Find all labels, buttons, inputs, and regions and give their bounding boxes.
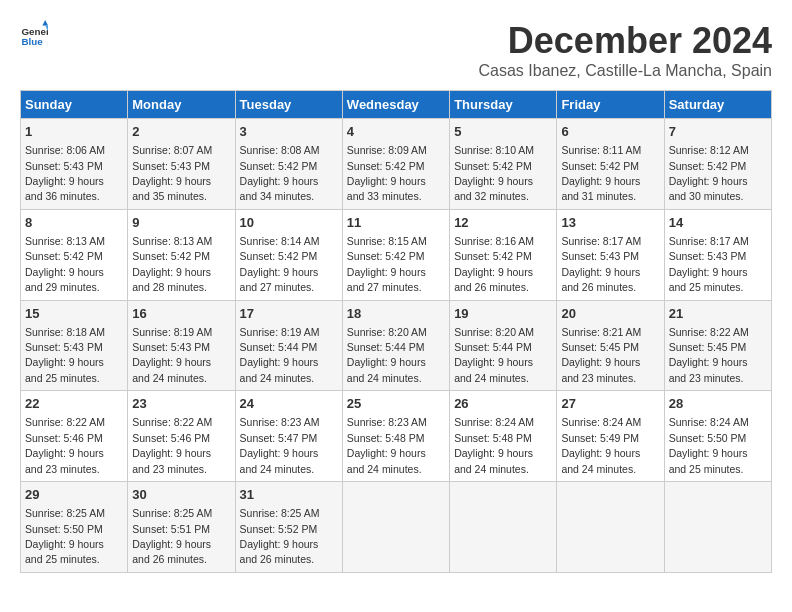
day-cell	[664, 482, 771, 573]
day-cell: 25Sunrise: 8:23 AM Sunset: 5:48 PM Dayli…	[342, 391, 449, 482]
day-info: Sunrise: 8:21 AM Sunset: 5:45 PM Dayligh…	[561, 326, 641, 384]
day-number: 29	[25, 486, 123, 504]
day-cell: 21Sunrise: 8:22 AM Sunset: 5:45 PM Dayli…	[664, 300, 771, 391]
day-info: Sunrise: 8:18 AM Sunset: 5:43 PM Dayligh…	[25, 326, 105, 384]
day-number: 15	[25, 305, 123, 323]
day-info: Sunrise: 8:12 AM Sunset: 5:42 PM Dayligh…	[669, 144, 749, 202]
day-info: Sunrise: 8:13 AM Sunset: 5:42 PM Dayligh…	[25, 235, 105, 293]
day-number: 11	[347, 214, 445, 232]
day-info: Sunrise: 8:20 AM Sunset: 5:44 PM Dayligh…	[454, 326, 534, 384]
day-number: 16	[132, 305, 230, 323]
logo: General Blue	[20, 20, 48, 48]
day-number: 10	[240, 214, 338, 232]
day-cell: 12Sunrise: 8:16 AM Sunset: 5:42 PM Dayli…	[450, 209, 557, 300]
day-cell: 2Sunrise: 8:07 AM Sunset: 5:43 PM Daylig…	[128, 119, 235, 210]
day-cell: 8Sunrise: 8:13 AM Sunset: 5:42 PM Daylig…	[21, 209, 128, 300]
day-cell: 20Sunrise: 8:21 AM Sunset: 5:45 PM Dayli…	[557, 300, 664, 391]
day-info: Sunrise: 8:17 AM Sunset: 5:43 PM Dayligh…	[669, 235, 749, 293]
day-cell: 9Sunrise: 8:13 AM Sunset: 5:42 PM Daylig…	[128, 209, 235, 300]
logo-icon: General Blue	[20, 20, 48, 48]
day-number: 21	[669, 305, 767, 323]
day-number: 20	[561, 305, 659, 323]
day-header-friday: Friday	[557, 91, 664, 119]
day-info: Sunrise: 8:10 AM Sunset: 5:42 PM Dayligh…	[454, 144, 534, 202]
day-cell: 22Sunrise: 8:22 AM Sunset: 5:46 PM Dayli…	[21, 391, 128, 482]
day-number: 14	[669, 214, 767, 232]
week-row-3: 15Sunrise: 8:18 AM Sunset: 5:43 PM Dayli…	[21, 300, 772, 391]
day-info: Sunrise: 8:24 AM Sunset: 5:48 PM Dayligh…	[454, 416, 534, 474]
day-info: Sunrise: 8:19 AM Sunset: 5:43 PM Dayligh…	[132, 326, 212, 384]
day-cell: 30Sunrise: 8:25 AM Sunset: 5:51 PM Dayli…	[128, 482, 235, 573]
day-cell: 28Sunrise: 8:24 AM Sunset: 5:50 PM Dayli…	[664, 391, 771, 482]
day-number: 1	[25, 123, 123, 141]
day-number: 25	[347, 395, 445, 413]
day-info: Sunrise: 8:11 AM Sunset: 5:42 PM Dayligh…	[561, 144, 641, 202]
day-cell: 16Sunrise: 8:19 AM Sunset: 5:43 PM Dayli…	[128, 300, 235, 391]
day-info: Sunrise: 8:07 AM Sunset: 5:43 PM Dayligh…	[132, 144, 212, 202]
day-cell: 29Sunrise: 8:25 AM Sunset: 5:50 PM Dayli…	[21, 482, 128, 573]
main-title: December 2024	[479, 20, 773, 62]
day-number: 17	[240, 305, 338, 323]
day-info: Sunrise: 8:25 AM Sunset: 5:50 PM Dayligh…	[25, 507, 105, 565]
day-number: 30	[132, 486, 230, 504]
day-number: 18	[347, 305, 445, 323]
title-area: December 2024 Casas Ibanez, Castille-La …	[479, 20, 773, 80]
day-cell: 18Sunrise: 8:20 AM Sunset: 5:44 PM Dayli…	[342, 300, 449, 391]
day-info: Sunrise: 8:23 AM Sunset: 5:48 PM Dayligh…	[347, 416, 427, 474]
day-info: Sunrise: 8:25 AM Sunset: 5:52 PM Dayligh…	[240, 507, 320, 565]
header: General Blue December 2024 Casas Ibanez,…	[20, 20, 772, 80]
day-header-sunday: Sunday	[21, 91, 128, 119]
day-cell: 1Sunrise: 8:06 AM Sunset: 5:43 PM Daylig…	[21, 119, 128, 210]
day-header-wednesday: Wednesday	[342, 91, 449, 119]
day-info: Sunrise: 8:15 AM Sunset: 5:42 PM Dayligh…	[347, 235, 427, 293]
day-cell: 31Sunrise: 8:25 AM Sunset: 5:52 PM Dayli…	[235, 482, 342, 573]
day-cell: 11Sunrise: 8:15 AM Sunset: 5:42 PM Dayli…	[342, 209, 449, 300]
day-info: Sunrise: 8:24 AM Sunset: 5:50 PM Dayligh…	[669, 416, 749, 474]
day-cell: 5Sunrise: 8:10 AM Sunset: 5:42 PM Daylig…	[450, 119, 557, 210]
day-cell: 26Sunrise: 8:24 AM Sunset: 5:48 PM Dayli…	[450, 391, 557, 482]
day-cell: 13Sunrise: 8:17 AM Sunset: 5:43 PM Dayli…	[557, 209, 664, 300]
day-cell: 19Sunrise: 8:20 AM Sunset: 5:44 PM Dayli…	[450, 300, 557, 391]
day-cell: 24Sunrise: 8:23 AM Sunset: 5:47 PM Dayli…	[235, 391, 342, 482]
subtitle: Casas Ibanez, Castille-La Mancha, Spain	[479, 62, 773, 80]
day-info: Sunrise: 8:22 AM Sunset: 5:46 PM Dayligh…	[132, 416, 212, 474]
day-number: 4	[347, 123, 445, 141]
week-row-4: 22Sunrise: 8:22 AM Sunset: 5:46 PM Dayli…	[21, 391, 772, 482]
week-row-2: 8Sunrise: 8:13 AM Sunset: 5:42 PM Daylig…	[21, 209, 772, 300]
day-number: 2	[132, 123, 230, 141]
day-number: 24	[240, 395, 338, 413]
day-number: 12	[454, 214, 552, 232]
day-cell: 14Sunrise: 8:17 AM Sunset: 5:43 PM Dayli…	[664, 209, 771, 300]
day-info: Sunrise: 8:22 AM Sunset: 5:45 PM Dayligh…	[669, 326, 749, 384]
day-number: 26	[454, 395, 552, 413]
calendar-header-row: SundayMondayTuesdayWednesdayThursdayFrid…	[21, 91, 772, 119]
day-number: 23	[132, 395, 230, 413]
day-number: 22	[25, 395, 123, 413]
day-info: Sunrise: 8:13 AM Sunset: 5:42 PM Dayligh…	[132, 235, 212, 293]
calendar-body: 1Sunrise: 8:06 AM Sunset: 5:43 PM Daylig…	[21, 119, 772, 573]
day-info: Sunrise: 8:22 AM Sunset: 5:46 PM Dayligh…	[25, 416, 105, 474]
day-info: Sunrise: 8:25 AM Sunset: 5:51 PM Dayligh…	[132, 507, 212, 565]
day-number: 5	[454, 123, 552, 141]
week-row-5: 29Sunrise: 8:25 AM Sunset: 5:50 PM Dayli…	[21, 482, 772, 573]
day-info: Sunrise: 8:16 AM Sunset: 5:42 PM Dayligh…	[454, 235, 534, 293]
day-header-monday: Monday	[128, 91, 235, 119]
day-number: 28	[669, 395, 767, 413]
day-cell: 10Sunrise: 8:14 AM Sunset: 5:42 PM Dayli…	[235, 209, 342, 300]
day-cell: 3Sunrise: 8:08 AM Sunset: 5:42 PM Daylig…	[235, 119, 342, 210]
day-header-tuesday: Tuesday	[235, 91, 342, 119]
day-header-thursday: Thursday	[450, 91, 557, 119]
day-info: Sunrise: 8:24 AM Sunset: 5:49 PM Dayligh…	[561, 416, 641, 474]
day-cell: 23Sunrise: 8:22 AM Sunset: 5:46 PM Dayli…	[128, 391, 235, 482]
day-cell: 15Sunrise: 8:18 AM Sunset: 5:43 PM Dayli…	[21, 300, 128, 391]
day-header-saturday: Saturday	[664, 91, 771, 119]
day-cell	[450, 482, 557, 573]
day-cell: 17Sunrise: 8:19 AM Sunset: 5:44 PM Dayli…	[235, 300, 342, 391]
day-cell: 7Sunrise: 8:12 AM Sunset: 5:42 PM Daylig…	[664, 119, 771, 210]
svg-text:Blue: Blue	[21, 36, 43, 47]
day-info: Sunrise: 8:19 AM Sunset: 5:44 PM Dayligh…	[240, 326, 320, 384]
day-info: Sunrise: 8:14 AM Sunset: 5:42 PM Dayligh…	[240, 235, 320, 293]
day-number: 3	[240, 123, 338, 141]
svg-marker-2	[42, 20, 48, 26]
calendar-table: SundayMondayTuesdayWednesdayThursdayFrid…	[20, 90, 772, 573]
